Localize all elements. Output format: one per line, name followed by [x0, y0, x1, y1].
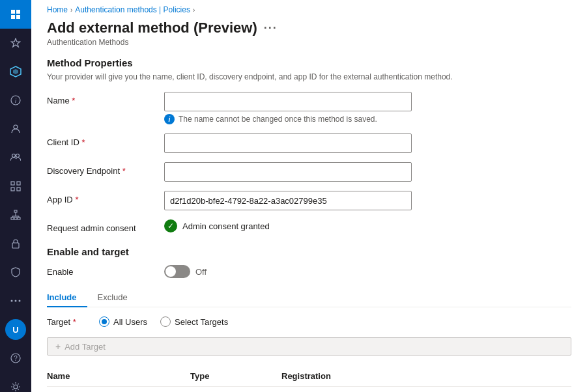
row-registration: Optional ▾: [281, 387, 386, 393]
discovery-endpoint-input[interactable]: [164, 162, 412, 182]
svg-point-26: [19, 300, 21, 302]
radio-all-users-label: All Users: [113, 317, 147, 327]
content-area: Method Properties Your provider will giv…: [31, 52, 587, 392]
method-properties-desc: Your provider will give you the name, cl…: [47, 72, 571, 81]
discovery-endpoint-row: Discovery Endpoint *: [47, 162, 571, 182]
radio-select-targets-circle: [160, 316, 171, 327]
page-title-text: Add external method (Preview): [47, 20, 257, 36]
home-icon[interactable]: [0, 0, 31, 29]
svg-rect-12: [17, 182, 20, 185]
enable-toggle[interactable]: [164, 265, 190, 278]
azure-ad-icon[interactable]: [0, 57, 31, 86]
sidebar-top: i: [0, 0, 31, 315]
add-target-label: Add Target: [64, 342, 106, 352]
consent-row: Request admin consent ✓ Admin consent gr…: [47, 219, 571, 233]
svg-rect-2: [11, 15, 15, 19]
include-exclude-tabs: Include Exclude: [47, 288, 571, 307]
name-info-msg: i The name cannot be changed once this m…: [164, 114, 571, 124]
name-info-text: The name cannot be changed once this met…: [179, 115, 377, 124]
svg-point-10: [16, 154, 20, 158]
discovery-endpoint-field-wrap: [164, 162, 571, 182]
page-title: Add external method (Preview) ···: [47, 20, 571, 36]
method-properties-title: Method Properties: [47, 57, 571, 68]
client-id-label: Client ID *: [47, 133, 164, 147]
enable-label: Enable: [47, 267, 164, 277]
breadcrumb-home[interactable]: Home: [47, 5, 68, 14]
svg-rect-0: [11, 10, 15, 14]
svg-rect-1: [16, 10, 20, 14]
question-icon[interactable]: ?: [0, 344, 31, 372]
svg-text:?: ?: [14, 355, 18, 362]
svg-rect-15: [14, 210, 17, 212]
svg-point-8: [14, 125, 18, 129]
breadcrumb-section[interactable]: Authentication methods | Policies: [75, 5, 190, 14]
svg-rect-11: [11, 182, 14, 185]
name-info-icon: i: [164, 114, 175, 124]
client-id-input[interactable]: [164, 133, 412, 153]
app-id-field-wrap: [164, 191, 571, 210]
more-icon[interactable]: [0, 287, 31, 315]
toggle-wrap: Off: [164, 265, 207, 278]
targets-table: Name Type Registration All Users Group O…: [47, 366, 571, 392]
name-label: Name *: [47, 92, 164, 105]
name-field-wrap: i The name cannot be changed once this m…: [164, 92, 571, 124]
settings-icon[interactable]: [0, 372, 31, 392]
info-circle-icon[interactable]: i: [0, 86, 31, 115]
ellipsis-menu[interactable]: ···: [264, 21, 278, 35]
target-label: Target *: [47, 317, 99, 327]
radio-all-users[interactable]: All Users: [99, 316, 147, 327]
col-name: Name: [47, 366, 190, 387]
consent-label: Request admin consent: [47, 219, 164, 233]
page-header: Add external method (Preview) ··· Authen…: [31, 17, 587, 52]
lock-icon[interactable]: [0, 229, 31, 258]
tab-exclude[interactable]: Exclude: [87, 288, 138, 307]
svg-point-29: [14, 385, 18, 389]
col-registration: Registration: [281, 366, 386, 387]
col-actions: [386, 366, 571, 387]
radio-select-targets-label: Select Targets: [175, 317, 228, 327]
svg-rect-14: [17, 188, 20, 191]
groups-icon[interactable]: [0, 143, 31, 172]
avatar: U: [5, 319, 26, 340]
star-icon[interactable]: [0, 29, 31, 57]
name-input[interactable]: [164, 92, 412, 111]
table-header-row: Name Type Registration: [47, 366, 571, 387]
app-id-input[interactable]: [164, 191, 412, 210]
radio-select-targets[interactable]: Select Targets: [160, 316, 228, 327]
breadcrumb: Home › Authentication methods | Policies…: [31, 0, 587, 17]
table-row: All Users Group Optional ▾: [47, 387, 571, 393]
sidebar-bottom: U ?: [0, 315, 31, 392]
radio-all-users-circle: [99, 316, 109, 327]
svg-rect-23: [12, 243, 19, 248]
org-icon[interactable]: [0, 201, 31, 229]
row-actions: [386, 387, 571, 393]
shield-icon[interactable]: [0, 258, 31, 287]
app-id-label: App ID *: [47, 191, 164, 204]
section-divider: Enable and target: [47, 246, 571, 257]
radio-group: All Users Select Targets: [99, 316, 228, 327]
row-type: Group: [190, 387, 281, 393]
plus-icon: +: [55, 341, 61, 352]
name-row: Name * i The name cannot be changed once…: [47, 92, 571, 124]
breadcrumb-sep1: ›: [70, 7, 72, 14]
consent-text: Admin consent granted: [182, 221, 270, 231]
toggle-off-label: Off: [195, 267, 207, 277]
svg-point-25: [15, 300, 17, 302]
add-target-button[interactable]: + Add Target: [47, 337, 571, 356]
user-avatar[interactable]: U: [0, 315, 31, 344]
consent-value-wrap: ✓ Admin consent granted: [164, 219, 571, 232]
tab-include[interactable]: Include: [47, 288, 87, 307]
consent-granted: ✓ Admin consent granted: [164, 219, 571, 232]
svg-point-9: [12, 154, 16, 158]
sidebar: i U ?: [0, 0, 31, 392]
app-id-row: App ID *: [47, 191, 571, 210]
svg-marker-5: [13, 69, 18, 74]
svg-rect-18: [18, 217, 20, 219]
apps-icon[interactable]: [0, 172, 31, 201]
toggle-knob: [165, 266, 176, 277]
svg-rect-17: [14, 217, 17, 219]
discovery-endpoint-label: Discovery Endpoint *: [47, 162, 164, 176]
svg-rect-13: [11, 188, 14, 191]
client-id-row: Client ID *: [47, 133, 571, 153]
user-icon[interactable]: [0, 115, 31, 143]
